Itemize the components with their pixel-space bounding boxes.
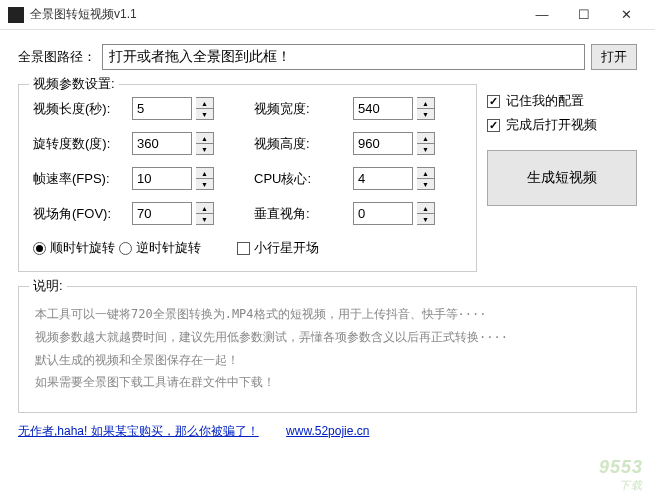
open-after-checkbox[interactable]: 完成后打开视频 bbox=[487, 116, 637, 134]
param-video-height: 视频高度: ▲▼ bbox=[254, 132, 435, 155]
close-button[interactable]: ✕ bbox=[605, 1, 647, 29]
desc-legend: 说明: bbox=[29, 277, 67, 295]
author-link[interactable]: 无作者,haha! 如果某宝购买，那么你被骗了！ bbox=[18, 424, 259, 438]
spinner[interactable]: ▲▼ bbox=[417, 97, 435, 120]
cpu-cores-input[interactable] bbox=[353, 167, 413, 190]
rotation-ccw-radio[interactable]: 逆时针旋转 bbox=[119, 239, 201, 257]
checkbox-icon bbox=[237, 242, 250, 255]
video-width-input[interactable] bbox=[353, 97, 413, 120]
description-text: 本工具可以一键将720全景图转换为.MP4格式的短视频，用于上传抖音、快手等··… bbox=[33, 299, 622, 398]
description-group: 说明: 本工具可以一键将720全景图转换为.MP4格式的短视频，用于上传抖音、快… bbox=[18, 286, 637, 413]
param-cpu-cores: CPU核心: ▲▼ bbox=[254, 167, 435, 190]
spin-down-icon[interactable]: ▼ bbox=[417, 144, 434, 154]
spin-up-icon[interactable]: ▲ bbox=[417, 168, 434, 179]
path-row: 全景图路径： 打开 bbox=[18, 44, 637, 70]
spinner[interactable]: ▲▼ bbox=[196, 202, 214, 225]
vertical-angle-input[interactable] bbox=[353, 202, 413, 225]
spinner[interactable]: ▲▼ bbox=[417, 132, 435, 155]
footer-links: 无作者,haha! 如果某宝购买，那么你被骗了！ www.52pojie.cn bbox=[18, 423, 637, 440]
params-right-col: 视频宽度: ▲▼ 视频高度: ▲▼ CPU核心: ▲▼ bbox=[254, 97, 435, 225]
watermark: 9553下载 bbox=[599, 457, 643, 493]
open-button[interactable]: 打开 bbox=[591, 44, 637, 70]
window-title: 全景图转短视频v1.1 bbox=[30, 6, 521, 23]
spin-down-icon[interactable]: ▼ bbox=[417, 109, 434, 119]
spin-down-icon[interactable]: ▼ bbox=[417, 214, 434, 224]
checkbox-icon bbox=[487, 95, 500, 108]
window-buttons: — ☐ ✕ bbox=[521, 1, 647, 29]
path-input[interactable] bbox=[102, 44, 585, 70]
params-legend: 视频参数设置: bbox=[29, 75, 119, 93]
spin-up-icon[interactable]: ▲ bbox=[196, 168, 213, 179]
param-video-width: 视频宽度: ▲▼ bbox=[254, 97, 435, 120]
spin-down-icon[interactable]: ▼ bbox=[417, 179, 434, 189]
rotation-deg-input[interactable] bbox=[132, 132, 192, 155]
param-video-length: 视频长度(秒): ▲▼ bbox=[33, 97, 214, 120]
remember-config-checkbox[interactable]: 记住我的配置 bbox=[487, 92, 637, 110]
radio-icon bbox=[119, 242, 132, 255]
fov-input[interactable] bbox=[132, 202, 192, 225]
spinner[interactable]: ▲▼ bbox=[196, 167, 214, 190]
spinner[interactable]: ▲▼ bbox=[417, 202, 435, 225]
param-vertical-angle: 垂直视角: ▲▼ bbox=[254, 202, 435, 225]
minimize-button[interactable]: — bbox=[521, 1, 563, 29]
fps-input[interactable] bbox=[132, 167, 192, 190]
video-length-input[interactable] bbox=[132, 97, 192, 120]
param-fps: 帧速率(FPS): ▲▼ bbox=[33, 167, 214, 190]
generate-button[interactable]: 生成短视频 bbox=[487, 150, 637, 206]
spin-up-icon[interactable]: ▲ bbox=[196, 133, 213, 144]
spin-down-icon[interactable]: ▼ bbox=[196, 144, 213, 154]
video-height-input[interactable] bbox=[353, 132, 413, 155]
spin-up-icon[interactable]: ▲ bbox=[417, 203, 434, 214]
rotation-cw-radio[interactable]: 顺时针旋转 bbox=[33, 239, 115, 257]
param-fov: 视场角(FOV): ▲▼ bbox=[33, 202, 214, 225]
spinner[interactable]: ▲▼ bbox=[417, 167, 435, 190]
path-label: 全景图路径： bbox=[18, 48, 96, 66]
spin-up-icon[interactable]: ▲ bbox=[417, 98, 434, 109]
radio-icon bbox=[33, 242, 46, 255]
right-panel: 记住我的配置 完成后打开视频 生成短视频 bbox=[487, 84, 637, 272]
app-icon bbox=[8, 7, 24, 23]
spin-up-icon[interactable]: ▲ bbox=[196, 98, 213, 109]
spin-down-icon[interactable]: ▼ bbox=[196, 109, 213, 119]
spin-up-icon[interactable]: ▲ bbox=[417, 133, 434, 144]
maximize-button[interactable]: ☐ bbox=[563, 1, 605, 29]
site-link[interactable]: www.52pojie.cn bbox=[286, 424, 369, 438]
titlebar: 全景图转短视频v1.1 — ☐ ✕ bbox=[0, 0, 655, 30]
spin-down-icon[interactable]: ▼ bbox=[196, 214, 213, 224]
spinner[interactable]: ▲▼ bbox=[196, 132, 214, 155]
spin-up-icon[interactable]: ▲ bbox=[196, 203, 213, 214]
checkbox-icon bbox=[487, 119, 500, 132]
param-rotation-deg: 旋转度数(度): ▲▼ bbox=[33, 132, 214, 155]
params-left-col: 视频长度(秒): ▲▼ 旋转度数(度): ▲▼ 帧速率(FPS): ▲▼ bbox=[33, 97, 214, 225]
spin-down-icon[interactable]: ▼ bbox=[196, 179, 213, 189]
planet-open-checkbox[interactable]: 小行星开场 bbox=[237, 239, 319, 257]
video-params-group: 视频参数设置: 视频长度(秒): ▲▼ 旋转度数(度): ▲▼ 帧速率(FPS)… bbox=[18, 84, 477, 272]
spinner[interactable]: ▲▼ bbox=[196, 97, 214, 120]
